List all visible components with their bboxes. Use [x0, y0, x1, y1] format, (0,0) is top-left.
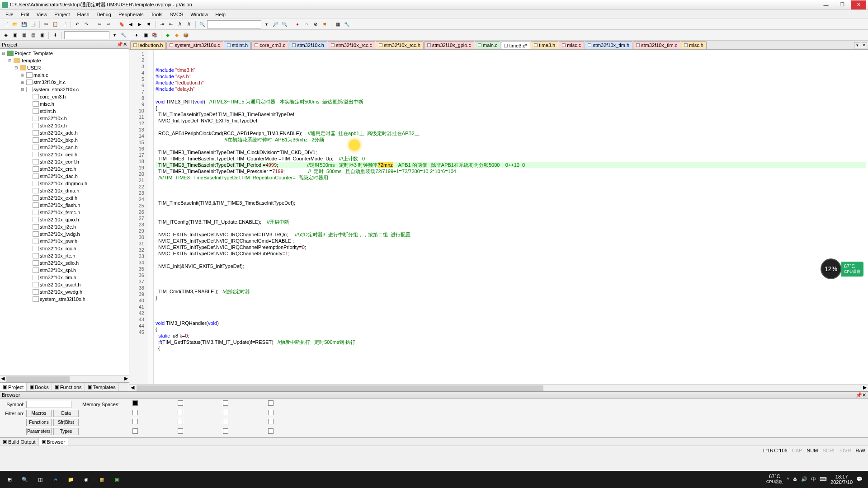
disable-bp-icon[interactable]: ⊘	[311, 20, 320, 28]
batch-build-icon[interactable]: ▤	[29, 31, 37, 39]
tray-vol-icon[interactable]: 🔊	[801, 476, 807, 482]
kill-bp-icon[interactable]: ✖	[321, 20, 329, 28]
editor-hscroll[interactable]: ◀▶	[129, 384, 868, 391]
download-icon[interactable]: ⬇	[51, 31, 59, 39]
tree-target[interactable]: ⊟Template	[1, 57, 128, 64]
file-tab-misc-c[interactable]: misc.c	[559, 41, 584, 49]
tray-net-icon[interactable]: 🖧	[793, 477, 797, 482]
tree-header-stm32f10x_wwdg-h[interactable]: stm32f10x_wwdg.h	[1, 288, 128, 296]
bookmark-icon[interactable]: 🔖	[118, 20, 126, 28]
bottom-tab-browser[interactable]: ▣Browser	[39, 438, 68, 446]
tree-header-stm32f10x_bkp-h[interactable]: stm32f10x_bkp.h	[1, 136, 128, 144]
memspace-chk-1-1[interactable]	[178, 410, 183, 415]
project-panel-close-icon[interactable]: ✕	[123, 42, 127, 47]
memspace-chk-1-0[interactable]	[132, 410, 138, 415]
project-panel-pin-icon[interactable]: 📌	[117, 42, 123, 47]
file-tab-ledbutton-h[interactable]: ledbutton.h	[130, 41, 166, 49]
target-dropdown-icon[interactable]: ▾	[110, 31, 118, 39]
file-tab-core_cm3-c[interactable]: core_cm3.c	[251, 41, 288, 49]
maximize-button[interactable]: ❐	[835, 0, 850, 9]
cut-icon[interactable]: ✂	[42, 20, 50, 28]
open-file-icon[interactable]: 📂	[11, 20, 19, 28]
memspace-chk-2-2[interactable]	[223, 419, 228, 424]
pack-green-icon[interactable]: ◆	[164, 31, 172, 39]
save-icon[interactable]: 💾	[20, 20, 28, 28]
memspace-chk-3-3[interactable]	[268, 428, 274, 434]
search-icon[interactable]: 🔍	[17, 473, 33, 486]
rebuild-icon[interactable]: ▦	[20, 31, 28, 39]
proj-tab-project[interactable]: ▣Project	[0, 383, 27, 391]
comment-icon[interactable]: //	[176, 20, 184, 28]
tree-header-stm32f10x_dac-h[interactable]: stm32f10x_dac.h	[1, 173, 128, 180]
tray-area[interactable]: 67°C CPU温度 ^ 🖧 🔊 中 ⌨ 18:17 2020/7/10 💬	[766, 474, 866, 485]
tree-header-stm32f10x_dbgmcu-h[interactable]: stm32f10x_dbgmcu.h	[1, 180, 128, 187]
file-tab-stm32f10x_rcc-h[interactable]: stm32f10x_rcc.h	[376, 41, 424, 49]
tree-header-stm32f10x_iwdg-h[interactable]: stm32f10x_iwdg.h	[1, 230, 128, 238]
tree-file-stm32f10x_it-c[interactable]: ⊞stm32f10x_it.c	[1, 79, 128, 86]
tree-header-stm32f10x-h[interactable]: stm32f10x.h	[1, 122, 128, 129]
indent-icon[interactable]: ⇥	[158, 20, 166, 28]
tree-header-stm32f10x_i2c-h[interactable]: stm32f10x_i2c.h	[1, 223, 128, 230]
symbol-input[interactable]	[26, 401, 71, 408]
tree-header-stm32f10x_usart-h[interactable]: stm32f10x_usart.h	[1, 281, 128, 288]
memspace-chk-2-1[interactable]	[178, 419, 183, 424]
tree-file-main-c[interactable]: ⊞main.c	[1, 71, 128, 79]
tree-file-system_stm32f10x-c[interactable]: ⊟system_stm32f10x.c	[1, 86, 128, 93]
menu-tools[interactable]: Tools	[147, 12, 166, 17]
filter-params-button[interactable]: Parameters	[26, 428, 52, 435]
file-tab-stm32f10x-h[interactable]: stm32f10x.h	[289, 41, 327, 49]
tree-header-core_cm3-h[interactable]: core_cm3.h	[1, 93, 128, 100]
proj-tab-templates[interactable]: ▣Templates	[85, 383, 119, 391]
menu-edit[interactable]: Edit	[17, 12, 33, 17]
file-tab-time3-h[interactable]: time3.h	[531, 41, 558, 49]
incremental-find-icon[interactable]: 🔍	[280, 20, 288, 28]
browser-close-icon[interactable]: ✕	[862, 392, 866, 398]
tree-project-root[interactable]: ⊟Project: Template	[1, 50, 128, 57]
close-button[interactable]: ✕	[851, 0, 866, 9]
browser-pin-icon[interactable]: 📌	[856, 392, 862, 398]
paste-icon[interactable]: 📄	[60, 20, 68, 28]
menu-debug[interactable]: Debug	[93, 12, 115, 17]
edge-icon[interactable]: e	[48, 473, 63, 486]
menu-flash[interactable]: Flash	[74, 12, 93, 17]
file-tab-misc-h[interactable]: misc.h	[681, 41, 707, 49]
undo-icon[interactable]: ↶	[73, 20, 81, 28]
nav-back-icon[interactable]: ⇦	[95, 20, 104, 28]
translate-icon[interactable]: ◈	[2, 31, 10, 39]
new-file-icon[interactable]: 📄	[2, 20, 10, 28]
file-ext-icon[interactable]: ▣	[142, 31, 150, 39]
menu-help[interactable]: Help	[212, 12, 229, 17]
window-layout-icon[interactable]: ▦	[334, 20, 342, 28]
minimize-button[interactable]: —	[818, 0, 834, 9]
copy-icon[interactable]: 📋	[51, 20, 59, 28]
tree-header-misc-h[interactable]: misc.h	[1, 100, 128, 108]
menu-project[interactable]: Project	[51, 12, 73, 17]
fold-gutter[interactable]	[147, 50, 154, 384]
project-hscroll[interactable]: ◀▶	[0, 375, 129, 382]
file-tab-stm32f10x_rcc-c[interactable]: stm32f10x_rcc.c	[328, 41, 375, 49]
pack-orange-icon[interactable]: ◆	[173, 31, 181, 39]
stop-build-icon[interactable]: ▣	[38, 31, 46, 39]
target-combo[interactable]: Template	[64, 31, 109, 39]
tree-header-stm32f10x_sdio-h[interactable]: stm32f10x_sdio.h	[1, 259, 128, 267]
find-icon[interactable]: 🔍	[198, 20, 206, 28]
debug-icon[interactable]: ●	[293, 20, 302, 28]
code-lines[interactable]: #include "time3.h"#include "sys.h"#inclu…	[154, 50, 868, 384]
tray-notif-icon[interactable]: 💬	[856, 476, 863, 482]
tree-header-stm32f10x_conf-h[interactable]: stm32f10x_conf.h	[1, 158, 128, 165]
nav-fwd-icon[interactable]: ⇨	[104, 20, 113, 28]
memspace-chk-0-2[interactable]	[223, 400, 228, 406]
tray-up-icon[interactable]: ^	[787, 477, 789, 482]
taskbar[interactable]: ⊞ 🔍 ◫ e 📁 ◉ ▦ ▣ 67°C CPU温度 ^ 🖧 🔊 中 ⌨ 18:…	[0, 471, 868, 488]
tree-header-stm32f10x_flash-h[interactable]: stm32f10x_flash.h	[1, 202, 128, 209]
manage-icon[interactable]: ♦	[132, 31, 141, 39]
tab-close-icon[interactable]: ✕	[861, 42, 867, 48]
file-tab-stm32f10x_tim-h[interactable]: stm32f10x_tim.h	[585, 41, 632, 49]
file-tab-time3-c-[interactable]: time3.c*	[501, 42, 530, 50]
tree-header-stm32f10x_can-h[interactable]: stm32f10x_can.h	[1, 144, 128, 151]
find-input[interactable]	[207, 20, 261, 28]
bookmark-clear-icon[interactable]: ✖	[145, 20, 153, 28]
tray-input-icon[interactable]: ⌨	[820, 476, 827, 482]
file-tab-system_stm32f10x-c[interactable]: system_stm32f10x.c	[166, 41, 223, 49]
target-options-icon[interactable]: 🔧	[119, 31, 127, 39]
